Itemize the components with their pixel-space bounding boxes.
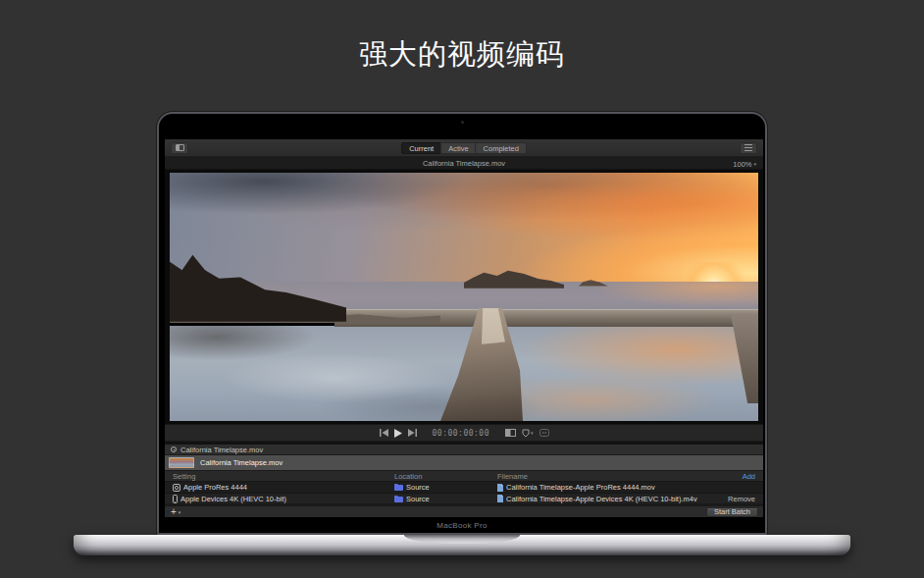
source-media-row[interactable]: California Timelapse.mov	[165, 455, 763, 470]
play-button[interactable]	[394, 429, 402, 438]
tab-current[interactable]: Current	[401, 142, 441, 154]
output-row[interactable]: Apple ProRes 4444 Source California Time…	[165, 482, 763, 493]
output-setting: Apple ProRes 4444	[183, 483, 247, 492]
chevron-down-icon: ▾	[531, 430, 534, 436]
output-filename: California Timelapse-Apple Devices 4K (H…	[506, 495, 697, 503]
lid-notch	[404, 535, 520, 544]
setting-icon	[173, 484, 180, 492]
app-toolbar: Current Active Completed	[165, 139, 763, 157]
file-icon	[497, 484, 503, 492]
clock-icon	[171, 447, 177, 452]
folder-icon	[394, 484, 403, 491]
page-title: 强大的视频编码	[0, 35, 924, 75]
macbook-screen: Current Active Completed California Time…	[157, 112, 767, 535]
output-filename: California Timelapse-Apple ProRes 4444.m…	[506, 483, 655, 492]
output-setting: Apple Devices 4K (HEVC 10-bit)	[180, 495, 286, 503]
column-location: Location	[394, 471, 422, 481]
preview-viewer	[165, 170, 763, 424]
inspector-icon	[744, 144, 752, 151]
file-icon	[497, 495, 503, 502]
add-output-link[interactable]: Add	[743, 471, 755, 481]
device-icon	[173, 495, 178, 503]
output-row[interactable]: Apple Devices 4K (HEVC 10-bit) Source Ca…	[165, 493, 763, 503]
remove-output-link[interactable]: Remove	[728, 494, 755, 503]
macbook-base	[74, 535, 850, 555]
skip-back-button[interactable]	[380, 429, 388, 437]
column-setting: Setting	[173, 471, 195, 481]
sidebar-icon	[176, 144, 184, 151]
batch-job-header[interactable]: California Timelapse.mov	[165, 445, 763, 455]
column-filename: Filename	[497, 471, 528, 481]
sidebar-toggle-button[interactable]	[171, 142, 188, 154]
tab-active[interactable]: Active	[440, 142, 476, 154]
marker-popup-button[interactable]: ▾	[522, 429, 534, 438]
timecode-display: 00:00:00:00	[433, 429, 489, 438]
device-label: MacBook Pro	[159, 521, 765, 530]
camera-icon	[461, 121, 464, 124]
split-view-button[interactable]	[505, 429, 516, 437]
sunset-sky	[170, 173, 758, 282]
source-filename: California Timelapse.mov	[200, 458, 282, 467]
loop-button[interactable]	[539, 429, 549, 437]
batch-footer: + ▾ Start Batch	[165, 505, 763, 517]
output-location: Source	[406, 483, 430, 492]
zoom-control[interactable]: 100% ▾	[733, 158, 756, 170]
output-location: Source	[406, 495, 430, 503]
add-job-button[interactable]: +	[171, 507, 177, 517]
start-batch-button[interactable]: Start Batch	[706, 507, 758, 517]
chevron-down-icon: ▾	[179, 509, 181, 515]
job-title: California Timelapse.mov	[180, 446, 263, 454]
video-frame-image	[170, 173, 758, 421]
viewer-filename: California Timelapse.mov	[423, 159, 505, 168]
chevron-down-icon: ▾	[753, 161, 756, 167]
transport-bar: 00:00:00:00 ▾	[165, 424, 763, 441]
inspector-toggle-button[interactable]	[740, 142, 757, 154]
outputs-table-header: Setting Location Filename Add	[165, 471, 763, 482]
compressor-window: Current Active Completed California Time…	[165, 139, 763, 517]
tab-completed[interactable]: Completed	[476, 142, 527, 154]
view-segmented-control: Current Active Completed	[401, 142, 527, 154]
zoom-value: 100%	[733, 160, 751, 169]
skip-forward-button[interactable]	[408, 429, 417, 437]
viewer-titlebar: California Timelapse.mov 100% ▾	[165, 158, 763, 170]
folder-icon	[394, 496, 403, 502]
video-thumbnail	[169, 457, 194, 468]
